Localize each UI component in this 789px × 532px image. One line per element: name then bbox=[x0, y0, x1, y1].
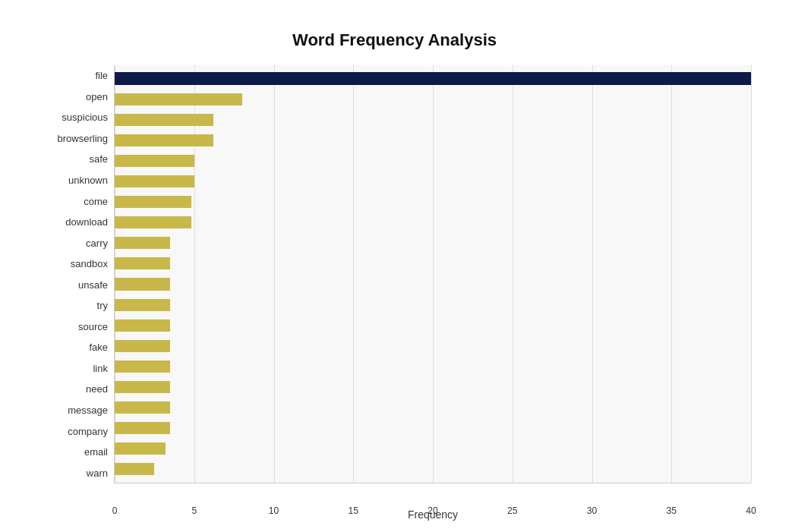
y-label: suspicious bbox=[62, 112, 108, 122]
y-label: file bbox=[95, 71, 108, 80]
y-label: unknown bbox=[68, 175, 108, 185]
y-label: open bbox=[86, 92, 108, 102]
bar-come bbox=[115, 196, 191, 208]
y-labels: fileopensuspiciousbrowserlingsafeunknown… bbox=[38, 65, 114, 483]
y-label: carry bbox=[86, 238, 108, 248]
bar-sandbox bbox=[115, 257, 170, 269]
bar-row bbox=[115, 171, 751, 191]
y-label: come bbox=[84, 197, 108, 206]
bar-row bbox=[115, 356, 751, 376]
bar-row bbox=[115, 212, 751, 233]
chart-area: fileopensuspiciousbrowserlingsafeunknown… bbox=[38, 65, 751, 483]
bar-unknown bbox=[115, 175, 194, 187]
bar-row bbox=[115, 439, 751, 459]
bar-suspicious bbox=[115, 114, 213, 126]
chart-title: Word Frequency Analysis bbox=[38, 30, 751, 50]
bar-company bbox=[115, 422, 170, 434]
bar-row bbox=[115, 150, 751, 171]
bar-row bbox=[115, 253, 751, 274]
y-label: email bbox=[84, 447, 108, 457]
y-label: warn bbox=[87, 468, 108, 478]
bar-link bbox=[115, 360, 170, 373]
x-axis-title: Frequency bbox=[115, 508, 751, 521]
bar-open bbox=[115, 93, 242, 105]
y-label: source bbox=[78, 322, 108, 332]
bar-row bbox=[115, 89, 751, 109]
bar-row bbox=[115, 335, 751, 356]
bar-row bbox=[115, 274, 751, 294]
bar-safe bbox=[115, 155, 194, 167]
y-label: download bbox=[65, 217, 108, 227]
grid-line bbox=[751, 65, 752, 483]
bar-try bbox=[115, 299, 170, 311]
bar-row bbox=[115, 315, 751, 335]
bar-source bbox=[115, 320, 170, 332]
bar-fake bbox=[115, 340, 170, 352]
y-label: message bbox=[68, 405, 108, 415]
bar-row bbox=[115, 294, 751, 315]
bar-need bbox=[115, 381, 170, 393]
bar-row bbox=[115, 376, 751, 397]
y-label: safe bbox=[89, 154, 108, 164]
bar-row bbox=[115, 398, 751, 418]
bar-carry bbox=[115, 237, 170, 249]
plot-area: 0510152025303540 Frequency bbox=[114, 65, 751, 483]
bar-unsafe bbox=[115, 278, 170, 290]
bar-row bbox=[115, 109, 751, 130]
bar-row bbox=[115, 130, 751, 150]
bar-row bbox=[115, 418, 751, 439]
bar-browserling bbox=[115, 134, 213, 146]
y-label: fake bbox=[89, 342, 108, 352]
bar-file bbox=[115, 72, 751, 84]
bars-container bbox=[115, 65, 751, 483]
y-label: company bbox=[68, 427, 108, 436]
y-label: try bbox=[97, 301, 108, 310]
bar-row bbox=[115, 233, 751, 253]
bar-row bbox=[115, 68, 751, 89]
y-label: browserling bbox=[58, 134, 108, 143]
bar-email bbox=[115, 442, 166, 455]
y-label: need bbox=[86, 384, 108, 394]
bar-row bbox=[115, 459, 751, 480]
bar-message bbox=[115, 401, 170, 414]
bar-warn bbox=[115, 463, 154, 475]
chart-container: Word Frequency Analysis fileopensuspicio… bbox=[15, 15, 774, 532]
y-label: sandbox bbox=[71, 259, 108, 269]
y-label: link bbox=[93, 364, 108, 373]
bar-row bbox=[115, 192, 751, 212]
y-label: unsafe bbox=[78, 280, 108, 290]
bar-download bbox=[115, 216, 191, 228]
